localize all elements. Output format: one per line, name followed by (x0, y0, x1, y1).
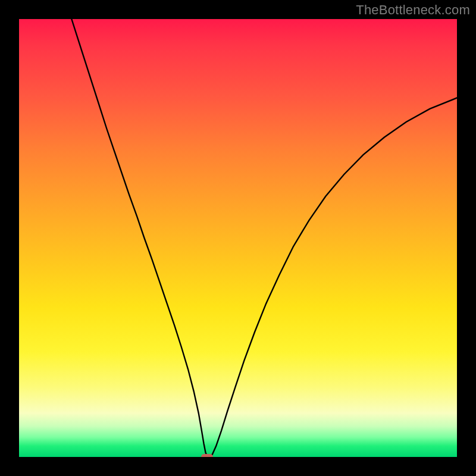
plot-area (19, 19, 457, 457)
watermark-label: TheBottleneck.com (356, 2, 470, 18)
cusp-marker-icon (201, 454, 213, 457)
chart-frame: TheBottleneck.com (0, 0, 476, 476)
curve-left-branch (71, 19, 207, 457)
bottleneck-curve (19, 19, 457, 457)
curve-right-branch (207, 98, 457, 457)
